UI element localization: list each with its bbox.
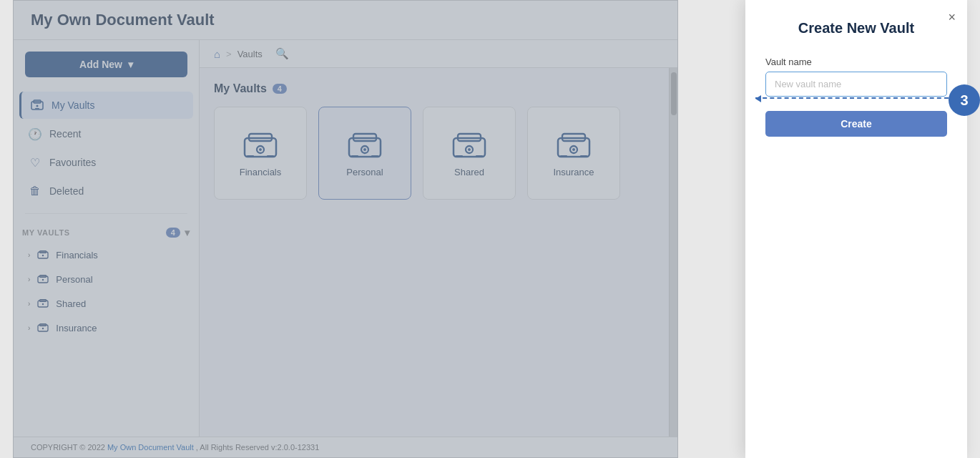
modal-overlay (13, 0, 678, 458)
panel-title: Create New Vault (765, 20, 947, 36)
panel-close-button[interactable]: × (948, 10, 956, 25)
vault-name-input[interactable] (765, 72, 947, 97)
step-arrow (755, 97, 949, 99)
step-number: 3 (960, 92, 968, 109)
step-indicator: 3 (949, 84, 980, 116)
vault-name-label: Vault name (765, 57, 947, 67)
create-vault-panel: × Create New Vault Vault name Create (745, 0, 967, 458)
create-button[interactable]: Create (765, 111, 947, 137)
